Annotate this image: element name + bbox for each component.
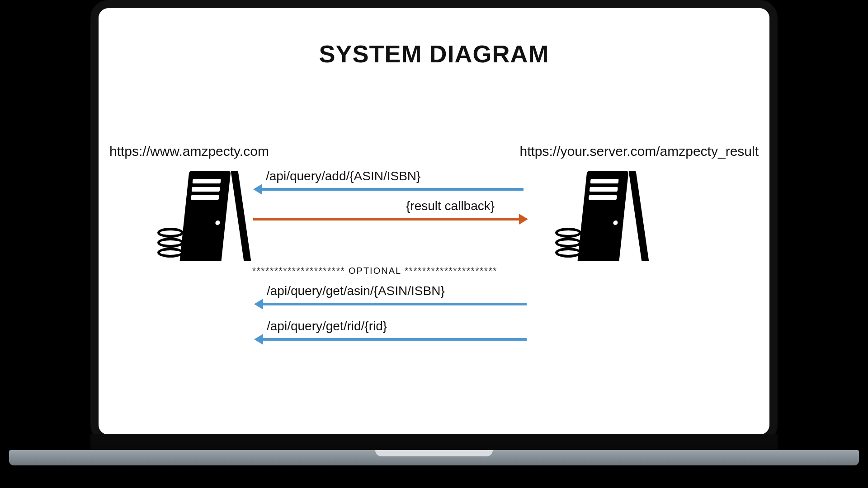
laptop-base xyxy=(9,450,859,465)
laptop-trackpad-lip xyxy=(375,450,493,456)
arrow-add xyxy=(261,188,524,191)
server-tower-icon xyxy=(179,171,231,261)
screen: SYSTEM DIAGRAM https://www.amzpecty.com … xyxy=(99,8,769,435)
arrow-get-asin xyxy=(262,303,527,305)
arrow-label-get-asin: /api/query/get/asin/{ASIN/ISBN} xyxy=(267,284,445,298)
stage: SYSTEM DIAGRAM https://www.amzpecty.com … xyxy=(0,0,868,488)
arrow-head-left-icon xyxy=(254,299,263,310)
database-icon xyxy=(555,225,581,261)
server-icon-left xyxy=(157,171,234,266)
arrow-label-add: /api/query/add/{ASIN/ISBN} xyxy=(266,169,420,183)
server-icon-right xyxy=(555,171,632,266)
arrow-label-get-rid: /api/query/get/rid/{rid} xyxy=(267,319,387,333)
arrow-head-left-icon xyxy=(253,184,262,195)
arrow-callback xyxy=(253,218,520,221)
arrow-head-left-icon xyxy=(254,334,263,345)
server-tower-icon xyxy=(577,171,628,261)
optional-divider: ********************* OPTIONAL *********… xyxy=(252,266,497,276)
diagram-title: SYSTEM DIAGRAM xyxy=(99,40,769,68)
laptop-frame: SYSTEM DIAGRAM https://www.amzpecty.com … xyxy=(90,0,778,443)
database-icon xyxy=(157,225,184,261)
arrow-head-right-icon xyxy=(519,214,528,225)
left-server-url: https://www.amzpecty.com xyxy=(109,144,269,159)
arrow-get-rid xyxy=(262,338,527,341)
right-server-url: https://your.server.com/amzpecty_result xyxy=(519,144,759,159)
arrow-label-callback: {result callback} xyxy=(406,199,495,213)
laptop-bezel-bottom xyxy=(90,434,778,450)
